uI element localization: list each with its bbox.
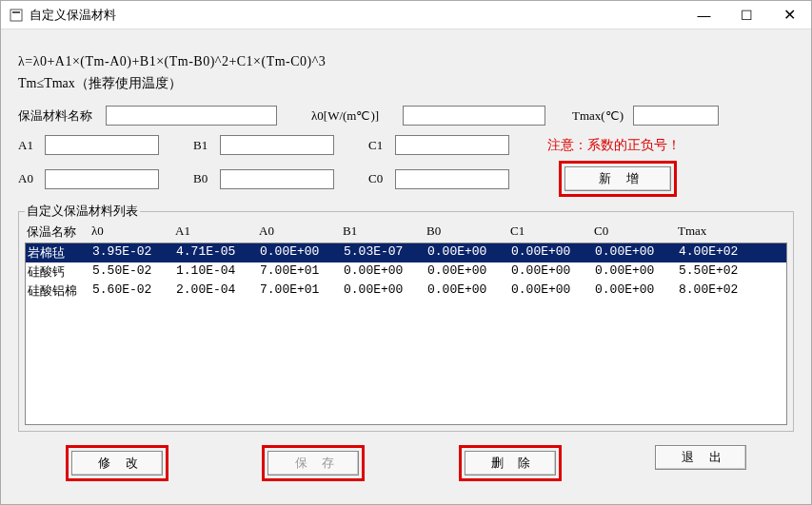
col-a0: A0	[259, 223, 343, 241]
col-l0: λ0	[91, 223, 175, 241]
col-b0: B0	[426, 223, 510, 241]
label-a1: A1	[18, 138, 45, 153]
cell: 4.71E-05	[176, 244, 260, 262]
cell: 5.50E-02	[92, 263, 176, 281]
app-window: 自定义保温材料 — ☐ ✕ λ=λ0+A1×(Tm-A0)+B1×(Tm-B0)…	[0, 0, 812, 505]
label-b0: B0	[193, 171, 220, 186]
close-button[interactable]: ✕	[768, 1, 811, 29]
app-icon	[9, 8, 24, 23]
cell: 5.50E+02	[679, 263, 762, 281]
cell: 硅酸钙	[28, 263, 92, 281]
cell: 0.00E+00	[511, 282, 595, 300]
cell: 0.00E+00	[511, 244, 595, 262]
table-row[interactable]: 岩棉毡3.95E-024.71E-050.00E+005.03E-070.00E…	[26, 243, 786, 262]
label-c1: C1	[368, 138, 395, 153]
maximize-button[interactable]: ☐	[725, 1, 768, 29]
save-button-highlight: 保 存	[262, 445, 365, 481]
cell: 0.00E+00	[427, 244, 511, 262]
cell: 0.00E+00	[595, 263, 679, 281]
label-name: 保温材料名称	[18, 107, 106, 125]
bottom-button-bar: 修 改 保 存 删 除 退 出	[18, 445, 794, 481]
add-button[interactable]: 新 增	[564, 166, 671, 191]
cell: 8.00E+02	[679, 282, 762, 300]
input-a0[interactable]	[45, 169, 159, 189]
cell: 0.00E+00	[344, 263, 427, 281]
table-row[interactable]: 硅酸钙5.50E-021.10E-047.00E+010.00E+000.00E…	[26, 262, 786, 282]
cell: 5.03E-07	[344, 244, 427, 262]
cell: 岩棉毡	[28, 244, 92, 262]
col-c0: C0	[594, 223, 678, 241]
cell: 7.00E+01	[260, 282, 344, 300]
delete-button[interactable]: 删 除	[465, 451, 556, 476]
label-tmax: Tmax(℃)	[572, 108, 633, 124]
material-list-group: 自定义保温材料列表 保温名称 λ0 A1 A0 B1 B0 C1 C0 Tmax…	[18, 203, 794, 432]
label-lambda0: λ0[W/(m℃)]	[311, 108, 403, 124]
cell: 0.00E+00	[595, 244, 679, 262]
cell: 硅酸铝棉	[28, 282, 92, 300]
window-title: 自定义保温材料	[30, 7, 116, 24]
input-b1[interactable]	[220, 135, 334, 155]
list-body[interactable]: 岩棉毡3.95E-024.71E-050.00E+005.03E-070.00E…	[25, 243, 787, 425]
cell: 5.60E-02	[92, 282, 176, 300]
cell: 0.00E+00	[427, 263, 511, 281]
svg-rect-1	[12, 11, 20, 13]
cell: 1.10E-04	[176, 263, 260, 281]
cell: 0.00E+00	[595, 282, 679, 300]
col-name: 保温名称	[27, 223, 91, 241]
exit-button[interactable]: 退 出	[655, 445, 746, 470]
label-b1: B1	[193, 138, 220, 153]
input-c0[interactable]	[395, 169, 509, 189]
input-c1[interactable]	[395, 135, 509, 155]
svg-rect-0	[10, 10, 22, 21]
cell: 0.00E+00	[344, 282, 427, 300]
row-coef0: A0 B0 C0 新 增	[18, 161, 794, 197]
col-a1: A1	[175, 223, 259, 241]
content-area: λ=λ0+A1×(Tm-A0)+B1×(Tm-B0)^2+C1×(Tm-C0)^…	[1, 29, 811, 489]
add-button-highlight: 新 增	[559, 161, 677, 197]
label-c0: C0	[368, 171, 395, 186]
row-coef1: A1 B1 C1 注意：系数的正负号！	[18, 135, 794, 155]
minimize-button[interactable]: —	[683, 1, 725, 29]
subformula-text: Tm≤Tmax（推荐使用温度）	[18, 75, 794, 92]
cell: 7.00E+01	[260, 263, 344, 281]
input-b0[interactable]	[220, 169, 334, 189]
input-name[interactable]	[106, 106, 277, 126]
input-a1[interactable]	[45, 135, 159, 155]
table-row[interactable]: 硅酸铝棉5.60E-022.00E-047.00E+010.00E+000.00…	[26, 282, 786, 301]
save-button[interactable]: 保 存	[267, 451, 359, 476]
coef-warning: 注意：系数的正负号！	[547, 137, 681, 154]
formula-text: λ=λ0+A1×(Tm-A0)+B1×(Tm-B0)^2+C1×(Tm-C0)^…	[18, 54, 794, 69]
input-tmax[interactable]	[633, 106, 719, 126]
list-legend: 自定义保温材料列表	[25, 203, 140, 220]
col-b1: B1	[343, 223, 426, 241]
modify-button-highlight: 修 改	[66, 445, 168, 481]
cell: 2.00E-04	[176, 282, 260, 300]
input-lambda0[interactable]	[403, 106, 545, 126]
list-header: 保温名称 λ0 A1 A0 B1 B0 C1 C0 Tmax	[25, 222, 787, 243]
cell: 0.00E+00	[427, 282, 511, 300]
cell: 0.00E+00	[511, 263, 595, 281]
col-tmax: Tmax	[678, 223, 762, 241]
modify-button[interactable]: 修 改	[71, 451, 163, 476]
cell: 3.95E-02	[92, 244, 176, 262]
col-c1: C1	[510, 223, 594, 241]
row-main: 保温材料名称 λ0[W/(m℃)] Tmax(℃)	[18, 106, 794, 126]
cell: 0.00E+00	[260, 244, 344, 262]
cell: 4.00E+02	[679, 244, 762, 262]
delete-button-highlight: 删 除	[459, 445, 562, 481]
label-a0: A0	[18, 171, 45, 186]
titlebar: 自定义保温材料 — ☐ ✕	[1, 1, 811, 29]
